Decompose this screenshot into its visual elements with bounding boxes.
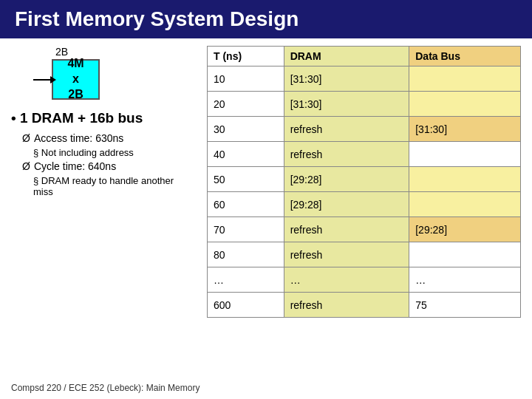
table-row: 40refresh bbox=[208, 142, 521, 167]
cell-t: 40 bbox=[208, 142, 284, 167]
cell-t: 30 bbox=[208, 117, 284, 142]
dram-box-line2: x bbox=[72, 72, 79, 87]
cell-bus: [31:30] bbox=[409, 117, 521, 142]
cell-t: 10 bbox=[208, 66, 284, 92]
table-row: 600refresh75 bbox=[208, 293, 521, 318]
table-row: 80refresh bbox=[208, 242, 521, 267]
table-row: 30refresh[31:30] bbox=[208, 117, 521, 142]
cell-bus: [29:28] bbox=[409, 217, 521, 242]
cell-t: 60 bbox=[208, 192, 284, 217]
cell-t: 20 bbox=[208, 92, 284, 117]
bullet-text-2: Cycle time: 640ns bbox=[34, 160, 116, 172]
sub-sub-text-2: § DRAM ready to handle another miss bbox=[33, 175, 174, 197]
bullet-icon-2: Ø bbox=[22, 160, 30, 172]
sub-sub-text-1: § Not including address bbox=[33, 147, 134, 158]
cell-dram: refresh bbox=[284, 142, 409, 167]
cell-bus bbox=[409, 66, 521, 92]
bullet-section: • 1 DRAM + 16b bus Ø Access time: 630ns … bbox=[11, 110, 196, 197]
cell-t: 600 bbox=[208, 293, 284, 318]
cell-dram: [31:30] bbox=[284, 92, 409, 117]
memory-table: T (ns) DRAM Data Bus 10[31:30]20[31:30]3… bbox=[207, 46, 521, 318]
cell-bus: … bbox=[409, 267, 521, 293]
dram-box: 4M x 2B bbox=[52, 59, 100, 100]
sub-sub-bullet-address: § Not including address bbox=[33, 147, 196, 158]
arrow-line bbox=[33, 79, 52, 81]
table-body: 10[31:30]20[31:30]30refresh[31:30]40refr… bbox=[208, 66, 521, 318]
table-row: 20[31:30] bbox=[208, 92, 521, 117]
slide: First Memory System Design 2B 4M x 2B • … bbox=[0, 0, 532, 399]
dram-arrow-row: 4M x 2B bbox=[33, 59, 100, 100]
cell-t: 50 bbox=[208, 167, 284, 192]
bullet-main: • 1 DRAM + 16b bus bbox=[11, 110, 196, 126]
bullet-text-1: Access time: 630ns bbox=[34, 132, 123, 144]
sub-sub-bullet-ready: § DRAM ready to handle another miss bbox=[33, 175, 196, 197]
cell-dram: refresh bbox=[284, 293, 409, 318]
cell-bus bbox=[409, 142, 521, 167]
bullet-icon-1: Ø bbox=[22, 132, 30, 144]
table-row: ……… bbox=[208, 267, 521, 293]
cell-t: 80 bbox=[208, 242, 284, 267]
cell-bus: 75 bbox=[409, 293, 521, 318]
cell-bus bbox=[409, 167, 521, 192]
cell-dram: [31:30] bbox=[284, 66, 409, 92]
cell-dram: [29:28] bbox=[284, 167, 409, 192]
footer-text: Compsd 220 / ECE 252 (Lebeck): Main Memo… bbox=[11, 383, 200, 393]
dram-diagram: 2B 4M x 2B bbox=[33, 46, 196, 103]
cell-dram: … bbox=[284, 267, 409, 293]
col-header-t: T (ns) bbox=[208, 47, 284, 66]
title-text: First Memory System Design bbox=[15, 7, 299, 30]
content-area: 2B 4M x 2B • 1 DRAM + 16b bus Ø Access t… bbox=[0, 46, 532, 318]
cell-dram: refresh bbox=[284, 117, 409, 142]
table-row: 10[31:30] bbox=[208, 66, 521, 92]
sub-bullet-cycle: Ø Cycle time: 640ns bbox=[22, 160, 196, 172]
cell-t: 70 bbox=[208, 217, 284, 242]
cell-bus bbox=[409, 192, 521, 217]
table-row: 70refresh[29:28] bbox=[208, 217, 521, 242]
dram-box-line3: 2B bbox=[68, 87, 83, 103]
cell-t: … bbox=[208, 267, 284, 293]
table-row: 50[29:28] bbox=[208, 167, 521, 192]
dram-box-line1: 4M bbox=[67, 56, 83, 72]
sub-bullet-access: Ø Access time: 630ns bbox=[22, 132, 196, 144]
left-panel: 2B 4M x 2B • 1 DRAM + 16b bus Ø Access t… bbox=[11, 46, 196, 318]
cell-bus bbox=[409, 242, 521, 267]
right-panel: T (ns) DRAM Data Bus 10[31:30]20[31:30]3… bbox=[207, 46, 521, 318]
table-row: 60[29:28] bbox=[208, 192, 521, 217]
col-header-dram: DRAM bbox=[284, 47, 409, 66]
cell-dram: [29:28] bbox=[284, 192, 409, 217]
col-header-bus: Data Bus bbox=[409, 47, 521, 66]
slide-title: First Memory System Design bbox=[0, 0, 532, 38]
label-2b: 2B bbox=[55, 46, 68, 58]
footer: Compsd 220 / ECE 252 (Lebeck): Main Memo… bbox=[11, 383, 200, 393]
table-header-row: T (ns) DRAM Data Bus bbox=[208, 47, 521, 66]
cell-bus bbox=[409, 92, 521, 117]
cell-dram: refresh bbox=[284, 217, 409, 242]
cell-dram: refresh bbox=[284, 242, 409, 267]
